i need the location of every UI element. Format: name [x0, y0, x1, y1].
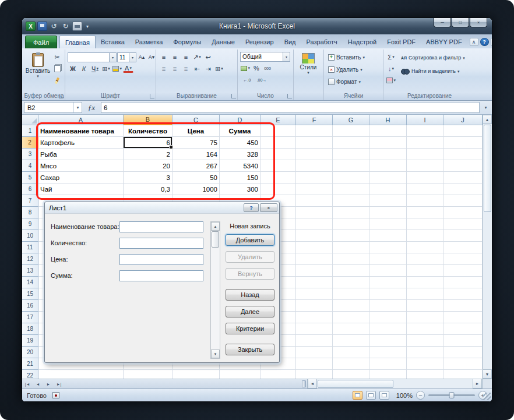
cell-I7[interactable] [407, 195, 443, 207]
cell-F3[interactable] [296, 149, 333, 160]
fill-button[interactable]: ↓▾ [386, 63, 396, 74]
fill-color-button[interactable]: ▾ [112, 63, 122, 74]
cell-G1[interactable] [333, 125, 369, 137]
row-header-5[interactable]: 5 [22, 172, 38, 183]
cell-H10[interactable] [369, 230, 407, 242]
row-header-3[interactable]: 3 [22, 149, 38, 160]
minimize-button[interactable]: ─ [434, 18, 451, 27]
row-header-9[interactable]: 9 [22, 218, 38, 230]
cell-G8[interactable] [333, 207, 369, 218]
cell-F20[interactable] [296, 347, 333, 358]
format-cells-button[interactable]: Формат ▾ [326, 76, 367, 87]
scroll-up-icon[interactable]: ▲ [211, 222, 220, 231]
cell-I1[interactable] [407, 125, 443, 137]
cell-H7[interactable] [369, 195, 407, 207]
dialog-scroll-thumb[interactable] [212, 231, 219, 248]
workbook-minimize-icon[interactable]: ─ [491, 38, 492, 46]
cell-J9[interactable] [443, 218, 483, 230]
normal-view-button[interactable] [353, 391, 362, 400]
cell-J17[interactable] [443, 312, 483, 323]
cell-F16[interactable] [296, 300, 333, 312]
first-sheet-button[interactable]: |◄ [22, 379, 33, 389]
cell-I8[interactable] [407, 207, 443, 218]
row-header-18[interactable]: 18 [22, 323, 38, 335]
close-button[interactable]: × [470, 18, 487, 27]
cell-A4[interactable]: Мясо [38, 160, 124, 172]
number-format-combo[interactable]: Общий ▾ [240, 52, 290, 62]
ribbon-tab-4[interactable]: Данные [206, 36, 240, 48]
help-icon[interactable]: ? [480, 38, 489, 46]
shrink-font-button[interactable]: А▾ [147, 52, 156, 62]
cell-G12[interactable] [333, 253, 369, 265]
dialog-record-scrollbar[interactable]: ▲ ▼ [210, 221, 220, 359]
cell-C1[interactable]: Цена [172, 125, 220, 137]
cell-G17[interactable] [333, 312, 369, 323]
zoom-slider[interactable] [428, 394, 475, 396]
cell-G13[interactable] [333, 265, 369, 277]
row-header-12[interactable]: 12 [22, 253, 38, 265]
cell-J13[interactable] [443, 265, 483, 277]
orientation-button[interactable]: ↗▾ [192, 52, 202, 62]
cell-C6[interactable]: 1000 [172, 183, 220, 195]
cell-B6[interactable]: 0,3 [124, 183, 172, 195]
cell-E5[interactable] [260, 172, 296, 183]
delete-cells-button[interactable]: × Удалить ▾ [326, 64, 367, 75]
column-header-C[interactable]: C [172, 115, 220, 125]
cell-I2[interactable] [407, 137, 443, 149]
resize-grip[interactable] [483, 393, 491, 400]
cell-F6[interactable] [296, 183, 333, 195]
prev-sheet-button[interactable]: ◄ [33, 379, 43, 389]
scroll-right-icon[interactable]: ► [473, 379, 482, 389]
cell-G4[interactable] [333, 160, 369, 172]
cell-J4[interactable] [443, 160, 483, 172]
scroll-up-icon[interactable]: ▲ [483, 115, 492, 124]
cell-G20[interactable] [333, 347, 369, 358]
cell-G6[interactable] [333, 183, 369, 195]
cell-J3[interactable] [443, 149, 483, 160]
cell-D6[interactable]: 300 [220, 183, 260, 195]
cell-C22[interactable] [172, 370, 220, 379]
cell-B5[interactable]: 3 [124, 172, 172, 183]
cell-C5[interactable]: 50 [172, 172, 220, 183]
cell-J8[interactable] [443, 207, 483, 218]
column-header-G[interactable]: G [333, 115, 369, 125]
cell-J19[interactable] [443, 335, 483, 347]
paste-button[interactable]: Вставить ▾ [26, 51, 50, 91]
column-header-E[interactable]: E [260, 115, 296, 125]
ribbon-tab-1[interactable]: Вставка [96, 36, 130, 48]
cell-H22[interactable] [369, 370, 407, 379]
row-header-7[interactable]: 7 [22, 195, 38, 207]
merge-center-button[interactable]: ⊞▾ [214, 63, 224, 74]
dialog-help-button[interactable]: ? [244, 203, 259, 212]
cell-I22[interactable] [407, 370, 443, 379]
cell-F19[interactable] [296, 335, 333, 347]
cell-G3[interactable] [333, 149, 369, 160]
accounting-format-button[interactable]: ▾ [240, 63, 251, 73]
cell-J7[interactable] [443, 195, 483, 207]
cell-F13[interactable] [296, 265, 333, 277]
cell-H4[interactable] [369, 160, 407, 172]
insert-cells-button[interactable]: + Вставить ▾ [326, 52, 367, 63]
cell-I5[interactable] [407, 172, 443, 183]
vertical-scrollbar[interactable]: ▲ ▼ [483, 115, 492, 379]
cell-E3[interactable] [260, 149, 296, 160]
select-all-corner[interactable] [22, 115, 38, 125]
insert-function-button[interactable]: ƒx [84, 102, 99, 113]
excel-logo-icon[interactable]: X [26, 22, 36, 31]
row-header-16[interactable]: 16 [22, 300, 38, 312]
decrease-decimal-button[interactable]: .00→ [255, 75, 269, 85]
cell-I20[interactable] [407, 347, 443, 358]
page-layout-view-button[interactable] [366, 391, 376, 400]
column-header-B[interactable]: B [124, 115, 172, 125]
cell-J16[interactable] [443, 300, 483, 312]
cell-J2[interactable] [443, 137, 483, 149]
autosum-button[interactable]: Σ▾ [386, 52, 396, 62]
cell-J14[interactable] [443, 277, 483, 288]
column-header-H[interactable]: H [369, 115, 407, 125]
ribbon-tab-5[interactable]: Рецензир [240, 36, 279, 48]
row-header-4[interactable]: 4 [22, 160, 38, 172]
cell-H14[interactable] [369, 277, 407, 288]
row-header-19[interactable]: 19 [22, 335, 38, 347]
dialog-field-input-name[interactable] [119, 221, 203, 232]
cell-D1[interactable]: Сумма [220, 125, 260, 137]
